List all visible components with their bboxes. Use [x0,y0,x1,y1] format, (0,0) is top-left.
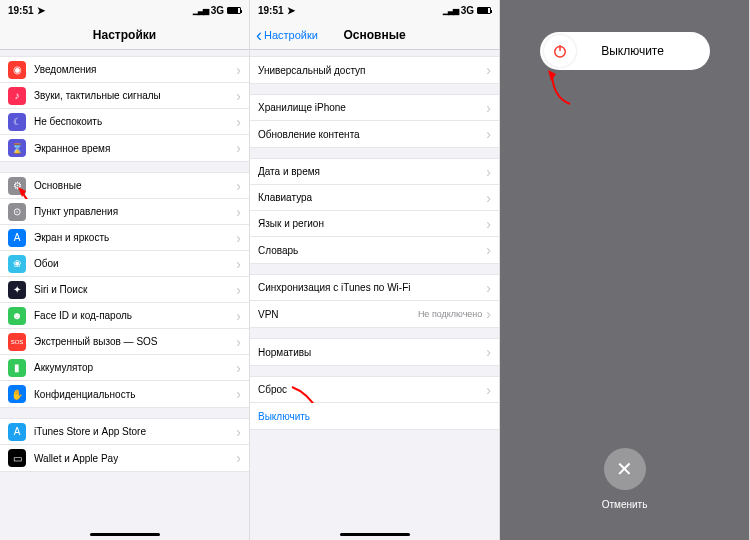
row-reset[interactable]: Сброс› [250,377,499,403]
row-label: Siri и Поиск [34,284,236,295]
home-indicator[interactable] [340,533,410,536]
row-accessibility[interactable]: Универсальный доступ› [250,57,499,83]
chevron-right-icon: › [236,386,241,402]
nav-title: Настройки [93,28,156,42]
chevron-right-icon: › [236,140,241,156]
nav-back-label: Настройки [264,29,318,41]
slide-to-power-off[interactable]: Выключите [540,32,710,70]
location-icon: ➤ [287,5,295,16]
row-keyboard[interactable]: Клавиатура› [250,185,499,211]
network-label: 3G [461,5,474,16]
row-storage[interactable]: Хранилище iPhone› [250,95,499,121]
battery-row-icon: ▮ [8,359,26,377]
chevron-right-icon: › [236,62,241,78]
row-label: Сброс [258,384,486,395]
row-label: VPN [258,309,418,320]
chevron-right-icon: › [236,450,241,466]
row-faceid[interactable]: ☻Face ID и код-пароль› [0,303,249,329]
chevron-right-icon: › [236,204,241,220]
row-datetime[interactable]: Дата и время› [250,159,499,185]
general-group-reset: Сброс› Выключить [250,376,499,430]
sounds-icon: ♪ [8,87,26,105]
row-screentime[interactable]: ⌛Экранное время› [0,135,249,161]
row-battery[interactable]: ▮Аккумулятор› [0,355,249,381]
chevron-right-icon: › [236,360,241,376]
row-detail: Не подключено [418,309,482,319]
settings-group-stores: AiTunes Store и App Store› ▭Wallet и App… [0,418,249,472]
row-shutdown[interactable]: Выключить [250,403,499,429]
chevron-right-icon: › [486,126,491,142]
general-group-accessibility: Универсальный доступ› [250,56,499,84]
row-label: Конфиденциальность [34,389,236,400]
row-regulatory[interactable]: Нормативы› [250,339,499,365]
home-indicator[interactable] [90,533,160,536]
row-label: Словарь [258,245,486,256]
chevron-right-icon: › [486,100,491,116]
chevron-right-icon: › [486,190,491,206]
chevron-right-icon: › [236,230,241,246]
row-wallet[interactable]: ▭Wallet и Apple Pay› [0,445,249,471]
network-label: 3G [211,5,224,16]
row-siri[interactable]: ✦Siri и Поиск› [0,277,249,303]
moon-icon: ☾ [8,113,26,131]
nav-bar: Настройки Основные [250,20,499,50]
status-time: 19:51 [258,5,284,16]
row-label: Синхронизация с iTunes по Wi-Fi [258,282,486,293]
location-icon: ➤ [37,5,45,16]
row-label: Звуки, тактильные сигналы [34,90,236,101]
settings-group-notifications: ◉Уведомления› ♪Звуки, тактильные сигналы… [0,56,249,162]
row-label: Обои [34,258,236,269]
chevron-right-icon: › [236,308,241,324]
row-notifications[interactable]: ◉Уведомления› [0,57,249,83]
power-knob[interactable] [544,35,576,67]
chevron-right-icon: › [236,114,241,130]
chevron-right-icon: › [236,424,241,440]
chevron-right-icon: › [236,88,241,104]
wallet-icon: ▭ [8,449,26,467]
nav-bar: Настройки [0,20,249,50]
notifications-icon: ◉ [8,61,26,79]
row-label: Экстренный вызов — SOS [34,336,236,347]
row-display[interactable]: AЭкран и яркость› [0,225,249,251]
row-itunes-wifi[interactable]: Синхронизация с iTunes по Wi-Fi› [250,275,499,301]
row-wallpaper[interactable]: ❀Обои› [0,251,249,277]
row-label: Обновление контента [258,129,486,140]
row-sounds[interactable]: ♪Звуки, тактильные сигналы› [0,83,249,109]
display-icon: A [8,229,26,247]
row-label: Дата и время [258,166,486,177]
power-icon [551,42,569,60]
chevron-right-icon: › [486,242,491,258]
general-group-storage: Хранилище iPhone› Обновление контента› [250,94,499,148]
settings-root-panel: 19:51 ➤ ▁▃▅ 3G Настройки ◉Уведомления› ♪… [0,0,250,540]
general-group-sync: Синхронизация с iTunes по Wi-Fi› VPNНе п… [250,274,499,328]
row-dnd[interactable]: ☾Не беспокоить› [0,109,249,135]
row-dictionary[interactable]: Словарь› [250,237,499,263]
row-control-center[interactable]: ⊙Пункт управления› [0,199,249,225]
row-label: Пункт управления [34,206,236,217]
slide-label: Выключите [576,44,710,58]
signal-icon: ▁▃▅ [443,6,458,15]
nav-back-button[interactable]: Настройки [256,28,318,42]
row-general[interactable]: ⚙Основные› [0,173,249,199]
signal-icon: ▁▃▅ [193,6,208,15]
row-background-refresh[interactable]: Обновление контента› [250,121,499,147]
status-bar: 19:51 ➤ ▁▃▅ 3G [0,0,249,20]
row-label: Экранное время [34,143,236,154]
row-itunes[interactable]: AiTunes Store и App Store› [0,419,249,445]
row-language[interactable]: Язык и регион› [250,211,499,237]
row-label: Face ID и код-пароль [34,310,236,321]
chevron-right-icon: › [486,216,491,232]
row-sos[interactable]: SOSЭкстренный вызов — SOS› [0,329,249,355]
hourglass-icon: ⌛ [8,139,26,157]
chevron-right-icon: › [486,62,491,78]
general-panel: 19:51 ➤ ▁▃▅ 3G Настройки Основные Универ… [250,0,500,540]
svg-marker-4 [548,70,556,81]
row-privacy[interactable]: ✋Конфиденциальность› [0,381,249,407]
row-label: Аккумулятор [34,362,236,373]
row-label: Нормативы [258,347,486,358]
gear-icon: ⚙ [8,177,26,195]
chevron-right-icon: › [486,306,491,322]
faceid-icon: ☻ [8,307,26,325]
cancel-button[interactable]: ✕ [604,448,646,490]
row-vpn[interactable]: VPNНе подключено› [250,301,499,327]
